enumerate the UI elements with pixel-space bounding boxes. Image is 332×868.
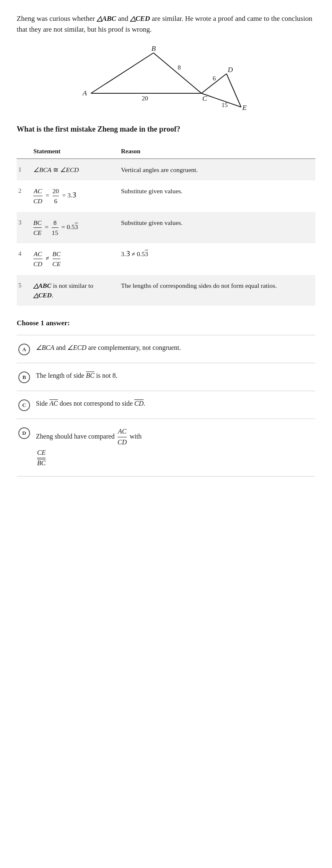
option-b[interactable]: B The length of side BC is not 8. [17,363,315,391]
question-text: What is the first mistake Zheng made in … [17,124,315,135]
table-row: 2 AC CD = 20 6 = 3.3̄ Substitute given v… [17,180,315,212]
row-2-statement: AC CD = 20 6 = 3.3̄ [28,180,116,212]
row-4-num: 4 [17,243,28,275]
row-5-statement: △ABC is not similar to △CED. [28,275,116,306]
svg-line-0 [91,53,153,93]
table-row: 1 ∠BCA ≅ ∠ECD Vertical angles are congru… [17,159,315,180]
choose-label: Choose 1 answer: [17,319,315,327]
option-d[interactable]: D Zheng should have compared AC CD with … [17,419,315,476]
option-c-circle: C [18,399,30,411]
svg-text:20: 20 [142,95,148,102]
row-3-reason: Substitute given values. [116,212,315,244]
row-3-num: 3 [17,212,28,244]
svg-text:B: B [151,45,156,52]
svg-text:A: A [82,89,87,97]
table-row: 5 △ABC is not similar to △CED. The lengt… [17,275,315,306]
option-a-text: ∠BCA and ∠ECD are complementary, not con… [36,343,312,353]
table-row: 3 BC CE = 8 15 = 0.53 Substitute given v… [17,212,315,244]
option-c-text: Side AC does not correspond to side CD. [36,399,312,409]
option-c[interactable]: C Side AC does not correspond to side CD… [17,391,315,419]
row-5-reason: The lengths of corresponding sides do no… [116,275,315,306]
row-2-num: 2 [17,180,28,212]
row-4-statement: AC CD ≠ BC CE [28,243,116,275]
option-a-circle: A [18,344,30,355]
svg-line-1 [153,53,201,93]
svg-text:C: C [202,95,207,102]
answer-options: A ∠BCA and ∠ECD are complementary, not c… [17,335,315,476]
svg-text:15: 15 [221,102,228,108]
option-b-text: The length of side BC is not 8. [36,371,312,381]
col-header-statement: Statement [28,145,116,159]
col-header-reason: Reason [116,145,315,159]
row-2-reason: Substitute given values. [116,180,315,212]
table-row: 4 AC CD ≠ BC CE 3.3̄ ≠ 0.53 [17,243,315,275]
row-4-reason: 3.3̄ ≠ 0.53 [116,243,315,275]
svg-text:8: 8 [178,64,181,71]
row-5-num: 5 [17,275,28,306]
col-header-num [17,145,28,159]
proof-table: Statement Reason 1 ∠BCA ≅ ∠ECD Vertical … [17,145,315,306]
option-a[interactable]: A ∠BCA and ∠ECD are complementary, not c… [17,335,315,363]
row-3-statement: BC CE = 8 15 = 0.53 [28,212,116,244]
triangle-diagram: A B C D E 8 20 6 15 [78,45,254,112]
svg-text:E: E [242,104,247,112]
option-d-text: Zheng should have compared AC CD with CE… [36,427,312,469]
row-1-reason: Vertical angles are congruent. [116,159,315,180]
svg-line-4 [226,74,241,107]
intro-paragraph: Zheng was curious whether △ABC and △CED … [17,13,315,35]
option-b-circle: B [18,372,30,383]
svg-text:D: D [227,66,233,74]
row-1-statement: ∠BCA ≅ ∠ECD [28,159,116,180]
row-1-num: 1 [17,159,28,180]
option-d-circle: D [18,427,30,439]
svg-text:6: 6 [213,75,216,82]
